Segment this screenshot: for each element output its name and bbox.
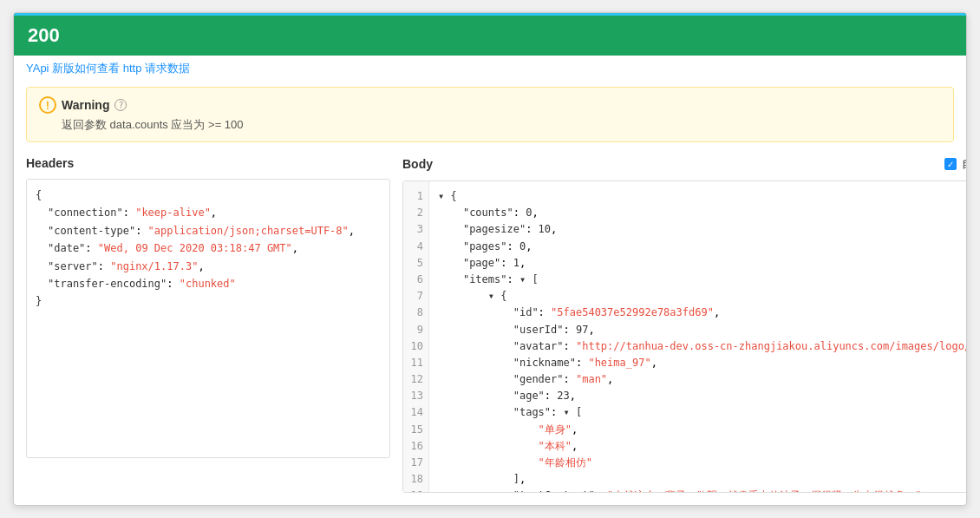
- warning-message: 返回参数 data.counts 应当为 >= 100: [39, 117, 941, 133]
- headers-close-brace: }: [36, 292, 381, 310]
- yapi-link[interactable]: YApi 新版如何查看 http 请求数据: [26, 62, 190, 75]
- status-bar: 200: [14, 13, 966, 56]
- warning-title: Warning: [62, 98, 109, 112]
- body-title: Body: [402, 157, 433, 171]
- status-code: 200: [28, 24, 60, 46]
- headers-server: "server": "nginx/1.17.3",: [36, 258, 381, 275]
- headers-content-type: "content-type": "application/json;charse…: [36, 222, 381, 239]
- headers-open-brace: {: [36, 187, 381, 204]
- warning-header: ! Warning ?: [39, 96, 941, 114]
- body-code-area: ▾ { "counts": 0, "pagesize": 10, "pages"…: [429, 181, 967, 492]
- body-panel-header: Body ✓ 自动预览HTML: [402, 151, 967, 177]
- headers-transfer: "transfer-encoding": "chunked": [36, 275, 381, 292]
- headers-code-box: { "connection": "keep-alive", "content-t…: [26, 179, 390, 458]
- headers-connection: "connection": "keep-alive",: [36, 204, 381, 221]
- help-icon[interactable]: ?: [114, 99, 127, 111]
- yapi-link-bar: YApi 新版如何查看 http 请求数据: [14, 56, 966, 82]
- headers-date: "date": "Wed, 09 Dec 2020 03:18:47 GMT",: [36, 239, 381, 257]
- headers-panel-header: Headers: [26, 151, 390, 175]
- headers-code-content: { "connection": "keep-alive", "content-t…: [27, 180, 389, 457]
- main-window: 200 YApi 新版如何查看 http 请求数据 ! Warning ? 返回…: [13, 12, 967, 506]
- panels-container: Headers { "connection": "keep-alive", "c…: [14, 151, 966, 505]
- warning-box: ! Warning ? 返回参数 data.counts 应当为 >= 100: [26, 87, 954, 142]
- headers-panel: Headers { "connection": "keep-alive", "c…: [26, 151, 390, 493]
- auto-preview-label: 自动预览HTML: [962, 156, 967, 172]
- auto-preview-checkbox[interactable]: ✓: [944, 158, 957, 170]
- line-numbers: 1 2 3 4 5 6 7 8 9 10 11 12 13 14 15 16 1: [403, 181, 429, 492]
- auto-preview-control[interactable]: ✓ 自动预览HTML: [944, 156, 967, 172]
- warning-icon: !: [39, 96, 56, 114]
- headers-title: Headers: [26, 156, 74, 170]
- body-code-box: 1 2 3 4 5 6 7 8 9 10 11 12 13 14 15 16 1: [402, 180, 967, 493]
- body-panel: Body ✓ 自动预览HTML 1 2 3 4 5 6 7 8 9 10: [402, 151, 967, 493]
